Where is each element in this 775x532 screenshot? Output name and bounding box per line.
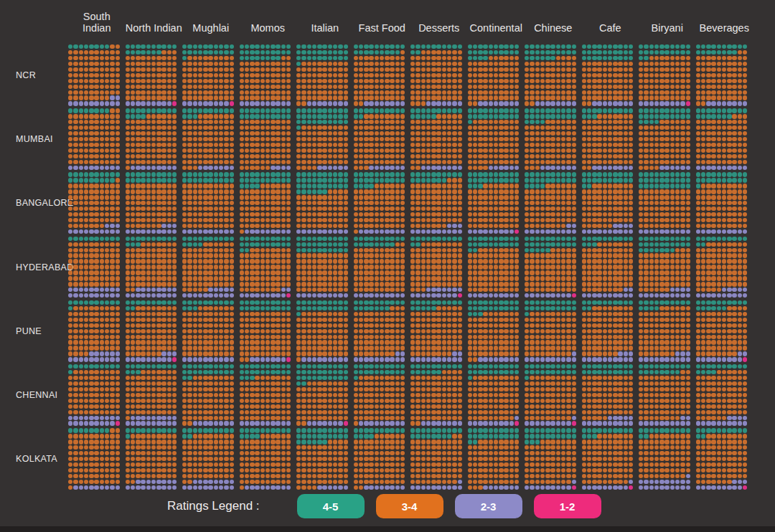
rating-dot xyxy=(732,62,736,66)
rating-dot xyxy=(550,399,555,403)
rating-dot xyxy=(722,120,726,124)
rating-dot xyxy=(561,370,565,374)
rating-dot xyxy=(654,218,659,222)
rating-dot xyxy=(717,212,721,217)
rating-dot xyxy=(644,421,648,425)
rating-dot xyxy=(473,143,477,147)
rating-dot xyxy=(110,44,114,49)
rating-dot xyxy=(664,166,669,170)
rating-dot xyxy=(738,154,742,158)
rating-dot xyxy=(504,404,508,409)
rating-dot xyxy=(686,212,690,217)
rating-dot xyxy=(535,137,540,141)
rating-dot xyxy=(214,404,218,409)
rating-dot xyxy=(146,451,151,455)
rating-dot xyxy=(73,387,78,391)
rating-dot xyxy=(172,237,177,241)
rating-dot xyxy=(286,253,291,257)
rating-dot xyxy=(556,335,560,339)
rating-dot xyxy=(717,160,721,164)
rating-dot xyxy=(230,462,234,467)
rating-dot xyxy=(116,189,120,194)
rating-dot xyxy=(530,101,534,105)
rating-dot xyxy=(592,288,596,292)
rating-dot xyxy=(421,410,426,414)
rating-dot xyxy=(639,381,643,386)
rating-dot xyxy=(333,474,337,478)
rating-dot xyxy=(442,416,446,420)
rating-dot xyxy=(603,137,607,141)
rating-dot xyxy=(489,73,493,77)
rating-dot xyxy=(276,143,280,147)
rating-dot xyxy=(400,265,405,269)
rating-dot xyxy=(312,44,316,49)
rating-dot xyxy=(203,288,207,292)
rating-dot xyxy=(312,212,316,217)
rating-dot xyxy=(639,282,643,286)
rating-dot xyxy=(473,457,477,461)
rating-dot xyxy=(732,212,736,217)
rating-dot xyxy=(354,381,358,386)
rating-dot xyxy=(458,218,462,222)
rating-dot xyxy=(89,323,93,328)
rating-dot xyxy=(172,62,177,66)
rating-dot xyxy=(344,445,348,450)
rating-dot xyxy=(105,166,109,170)
rating-dot xyxy=(286,265,291,269)
column-header-italian: Italian xyxy=(296,22,354,34)
rating-dot xyxy=(286,387,291,391)
rating-dot xyxy=(395,114,400,118)
rating-dot xyxy=(219,85,223,89)
rating-dot xyxy=(307,312,311,316)
rating-dot xyxy=(649,445,654,450)
rating-dot xyxy=(436,108,441,113)
rating-dot xyxy=(141,56,145,60)
rating-dot xyxy=(208,114,212,118)
waffle-cell-hyderabad-mughlai xyxy=(182,237,235,298)
rating-dot xyxy=(592,387,596,391)
rating-dot xyxy=(161,451,166,455)
rating-dot xyxy=(344,206,348,211)
rating-dot xyxy=(675,351,680,356)
rating-dot xyxy=(504,120,508,124)
rating-dot xyxy=(664,399,669,403)
rating-dot xyxy=(230,79,234,83)
rating-dot xyxy=(556,108,560,113)
rating-dot xyxy=(375,440,379,444)
rating-dot xyxy=(380,242,384,247)
rating-dot xyxy=(172,108,177,113)
rating-dot xyxy=(447,218,451,222)
rating-dot xyxy=(535,101,540,105)
rating-dot xyxy=(664,457,669,461)
rating-dot xyxy=(385,329,389,333)
rating-dot xyxy=(415,259,420,263)
rating-dot xyxy=(219,56,223,60)
rating-dot xyxy=(732,148,736,153)
rating-dot xyxy=(375,270,379,275)
rating-dot xyxy=(592,50,596,54)
rating-dot xyxy=(410,44,415,49)
rating-dot xyxy=(328,434,332,438)
rating-dot xyxy=(68,474,72,478)
rating-dot xyxy=(515,114,519,118)
rating-dot xyxy=(400,160,405,164)
rating-dot xyxy=(100,85,104,89)
rating-dot xyxy=(312,357,316,361)
rating-dot xyxy=(203,212,207,217)
rating-dot xyxy=(478,79,482,83)
rating-dot xyxy=(535,440,540,444)
rating-dot xyxy=(224,67,228,72)
rating-dot xyxy=(613,212,617,217)
rating-dot xyxy=(706,421,710,425)
rating-dot xyxy=(307,399,311,403)
rating-dot xyxy=(478,120,482,124)
rating-dot xyxy=(426,154,431,158)
rating-dot xyxy=(266,434,270,438)
rating-dot xyxy=(260,480,265,484)
rating-dot xyxy=(706,300,710,305)
rating-dot xyxy=(722,387,726,391)
rating-dot xyxy=(545,340,550,344)
rating-dot xyxy=(582,346,586,350)
rating-dot xyxy=(187,125,192,130)
rating-dot xyxy=(603,276,607,280)
